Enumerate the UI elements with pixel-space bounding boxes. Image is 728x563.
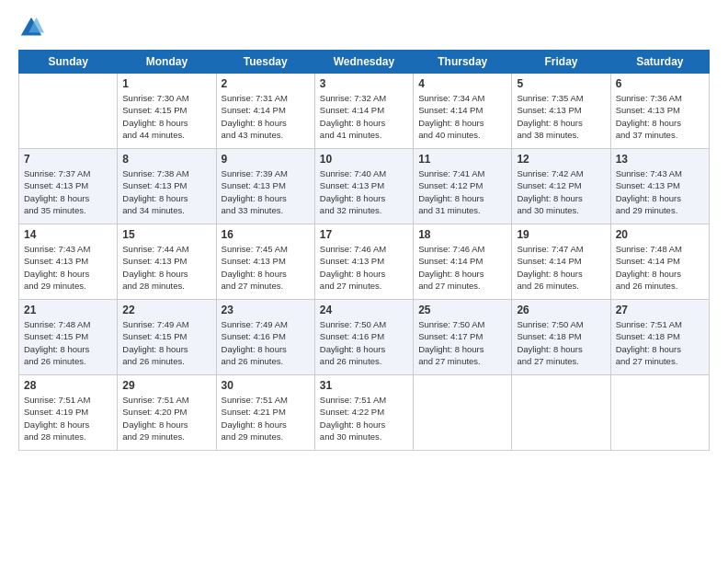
calendar-cell: 11Sunrise: 7:41 AM Sunset: 4:12 PM Dayli… [414,149,512,224]
day-number: 26 [517,304,605,316]
day-info: Sunrise: 7:38 AM Sunset: 4:13 PM Dayligh… [122,167,210,216]
day-number: 20 [616,228,704,241]
weekday-header-friday: Friday [512,51,610,74]
day-info: Sunrise: 7:48 AM Sunset: 4:14 PM Dayligh… [616,243,704,292]
day-number: 6 [616,77,704,90]
calendar-cell: 19Sunrise: 7:47 AM Sunset: 4:14 PM Dayli… [512,224,610,300]
day-info: Sunrise: 7:51 AM Sunset: 4:19 PM Dayligh… [24,394,112,442]
calendar-cell: 21Sunrise: 7:48 AM Sunset: 4:15 PM Dayli… [19,300,118,375]
day-number: 16 [222,228,310,241]
day-info: Sunrise: 7:40 AM Sunset: 4:13 PM Dayligh… [320,167,408,216]
calendar-cell: 13Sunrise: 7:43 AM Sunset: 4:13 PM Dayli… [610,149,709,224]
day-info: Sunrise: 7:42 AM Sunset: 4:12 PM Dayligh… [517,167,605,216]
calendar-cell: 24Sunrise: 7:50 AM Sunset: 4:16 PM Dayli… [314,300,413,375]
day-number: 15 [122,228,210,241]
day-number: 9 [222,153,310,166]
calendar-week-row: 7Sunrise: 7:37 AM Sunset: 4:13 PM Daylig… [19,149,710,224]
day-info: Sunrise: 7:50 AM Sunset: 4:18 PM Dayligh… [517,318,605,367]
day-info: Sunrise: 7:45 AM Sunset: 4:13 PM Dayligh… [222,243,310,292]
calendar-cell: 20Sunrise: 7:48 AM Sunset: 4:14 PM Dayli… [610,224,709,300]
logo [18,15,48,40]
calendar-week-row: 28Sunrise: 7:51 AM Sunset: 4:19 PM Dayli… [19,375,710,451]
weekday-header-saturday: Saturday [610,51,709,74]
day-info: Sunrise: 7:34 AM Sunset: 4:14 PM Dayligh… [418,92,506,141]
day-info: Sunrise: 7:43 AM Sunset: 4:13 PM Dayligh… [616,167,704,216]
calendar-cell: 28Sunrise: 7:51 AM Sunset: 4:19 PM Dayli… [19,375,118,451]
calendar-table: SundayMondayTuesdayWednesdayThursdayFrid… [18,50,710,451]
page: SundayMondayTuesdayWednesdayThursdayFrid… [0,0,728,563]
weekday-header-monday: Monday [118,51,216,74]
calendar-cell: 30Sunrise: 7:51 AM Sunset: 4:21 PM Dayli… [216,375,314,451]
calendar-cell [610,375,709,451]
weekday-header-tuesday: Tuesday [216,51,314,74]
day-info: Sunrise: 7:32 AM Sunset: 4:14 PM Dayligh… [320,92,408,141]
day-number: 19 [517,228,605,241]
day-number: 5 [517,77,605,90]
day-info: Sunrise: 7:39 AM Sunset: 4:13 PM Dayligh… [222,167,310,216]
day-info: Sunrise: 7:51 AM Sunset: 4:21 PM Dayligh… [222,394,310,442]
calendar-cell: 8Sunrise: 7:38 AM Sunset: 4:13 PM Daylig… [118,149,216,224]
calendar-cell: 27Sunrise: 7:51 AM Sunset: 4:18 PM Dayli… [610,300,709,375]
day-number: 4 [418,77,506,90]
day-info: Sunrise: 7:49 AM Sunset: 4:16 PM Dayligh… [222,318,310,367]
day-info: Sunrise: 7:50 AM Sunset: 4:16 PM Dayligh… [320,318,408,367]
day-number: 23 [222,304,310,316]
day-info: Sunrise: 7:43 AM Sunset: 4:13 PM Dayligh… [24,243,112,292]
weekday-header-wednesday: Wednesday [314,51,413,74]
day-info: Sunrise: 7:51 AM Sunset: 4:20 PM Dayligh… [122,394,210,442]
day-info: Sunrise: 7:47 AM Sunset: 4:14 PM Dayligh… [517,243,605,292]
calendar-cell: 10Sunrise: 7:40 AM Sunset: 4:13 PM Dayli… [314,149,413,224]
day-number: 24 [320,304,408,316]
day-number: 12 [517,153,605,166]
weekday-header-thursday: Thursday [414,51,512,74]
calendar-cell: 15Sunrise: 7:44 AM Sunset: 4:13 PM Dayli… [118,224,216,300]
day-info: Sunrise: 7:51 AM Sunset: 4:18 PM Dayligh… [616,318,704,367]
calendar-cell: 31Sunrise: 7:51 AM Sunset: 4:22 PM Dayli… [314,375,413,451]
day-info: Sunrise: 7:30 AM Sunset: 4:15 PM Dayligh… [122,92,210,141]
calendar-cell: 29Sunrise: 7:51 AM Sunset: 4:20 PM Dayli… [118,375,216,451]
calendar-cell: 18Sunrise: 7:46 AM Sunset: 4:14 PM Dayli… [414,224,512,300]
calendar-cell: 2Sunrise: 7:31 AM Sunset: 4:14 PM Daylig… [216,74,314,149]
day-info: Sunrise: 7:46 AM Sunset: 4:13 PM Dayligh… [320,243,408,292]
calendar-cell [19,74,118,149]
day-number: 31 [320,379,408,392]
calendar-cell: 14Sunrise: 7:43 AM Sunset: 4:13 PM Dayli… [19,224,118,300]
day-info: Sunrise: 7:44 AM Sunset: 4:13 PM Dayligh… [122,243,210,292]
day-number: 7 [24,153,112,166]
calendar-cell: 16Sunrise: 7:45 AM Sunset: 4:13 PM Dayli… [216,224,314,300]
day-number: 17 [320,228,408,241]
calendar-cell: 12Sunrise: 7:42 AM Sunset: 4:12 PM Dayli… [512,149,610,224]
day-number: 30 [222,379,310,392]
day-number: 29 [122,379,210,392]
day-info: Sunrise: 7:46 AM Sunset: 4:14 PM Dayligh… [418,243,506,292]
calendar-cell: 4Sunrise: 7:34 AM Sunset: 4:14 PM Daylig… [414,74,512,149]
day-info: Sunrise: 7:37 AM Sunset: 4:13 PM Dayligh… [24,167,112,216]
day-number: 10 [320,153,408,166]
calendar-cell: 5Sunrise: 7:35 AM Sunset: 4:13 PM Daylig… [512,74,610,149]
calendar-cell: 9Sunrise: 7:39 AM Sunset: 4:13 PM Daylig… [216,149,314,224]
day-number: 18 [418,228,506,241]
weekday-header-row: SundayMondayTuesdayWednesdayThursdayFrid… [19,51,710,74]
day-info: Sunrise: 7:35 AM Sunset: 4:13 PM Dayligh… [517,92,605,141]
day-number: 22 [122,304,210,316]
day-info: Sunrise: 7:49 AM Sunset: 4:15 PM Dayligh… [122,318,210,367]
calendar-cell: 26Sunrise: 7:50 AM Sunset: 4:18 PM Dayli… [512,300,610,375]
day-info: Sunrise: 7:41 AM Sunset: 4:12 PM Dayligh… [418,167,506,216]
calendar-cell: 25Sunrise: 7:50 AM Sunset: 4:17 PM Dayli… [414,300,512,375]
logo-icon [18,15,44,40]
day-number: 14 [24,228,112,241]
day-info: Sunrise: 7:50 AM Sunset: 4:17 PM Dayligh… [418,318,506,367]
day-number: 1 [122,77,210,90]
day-info: Sunrise: 7:31 AM Sunset: 4:14 PM Dayligh… [222,92,310,141]
calendar-cell: 7Sunrise: 7:37 AM Sunset: 4:13 PM Daylig… [19,149,118,224]
calendar-cell: 17Sunrise: 7:46 AM Sunset: 4:13 PM Dayli… [314,224,413,300]
calendar-cell: 23Sunrise: 7:49 AM Sunset: 4:16 PM Dayli… [216,300,314,375]
day-info: Sunrise: 7:51 AM Sunset: 4:22 PM Dayligh… [320,394,408,442]
calendar-cell: 1Sunrise: 7:30 AM Sunset: 4:15 PM Daylig… [118,74,216,149]
day-number: 2 [222,77,310,90]
day-number: 25 [418,304,506,316]
calendar-cell: 22Sunrise: 7:49 AM Sunset: 4:15 PM Dayli… [118,300,216,375]
day-number: 13 [616,153,704,166]
day-info: Sunrise: 7:48 AM Sunset: 4:15 PM Dayligh… [24,318,112,367]
calendar-week-row: 1Sunrise: 7:30 AM Sunset: 4:15 PM Daylig… [19,74,710,149]
